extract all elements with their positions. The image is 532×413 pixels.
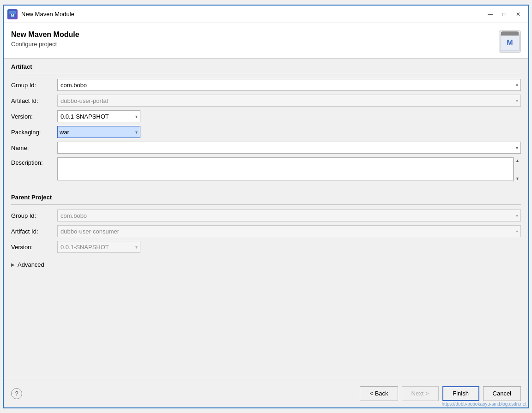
parent-group-id-wrapper: com.bobo [57, 209, 521, 221]
parent-group-id-label: Group Id: [11, 212, 57, 219]
packaging-select-wrapper: war jar pom [57, 126, 140, 138]
window-title: New Maven Module [21, 11, 484, 18]
artifact-id-label: Artifact Id: [11, 97, 57, 104]
parent-group-id-row: Group Id: com.bobo [11, 209, 521, 221]
parent-version-row: Version: 0.0.1-SNAPSHOT [11, 241, 521, 253]
scroll-down-arrow[interactable]: ▼ [515, 176, 520, 181]
title-bar: M New Maven Module — □ ✕ [4, 6, 528, 23]
name-input[interactable] [57, 142, 521, 154]
parent-artifact-id-label: Artifact Id: [11, 228, 57, 235]
dialog-subtitle: Configure project [11, 41, 79, 48]
parent-artifact-id-row: Artifact Id: dubbo-user-consumer [11, 225, 521, 237]
artifact-section-title: Artifact [11, 63, 521, 70]
parent-section: Parent Project Group Id: com.bobo Artifa… [4, 189, 528, 253]
header-text: New Maven Module Configure project [11, 30, 79, 48]
version-select-wrapper: 0.0.1-SNAPSHOT [57, 110, 140, 122]
name-label: Name: [11, 144, 57, 151]
parent-divider [11, 204, 521, 205]
next-button[interactable]: Next > [402, 386, 439, 401]
advanced-row[interactable]: ▶ Advanced [4, 257, 528, 273]
artifact-id-wrapper: dubbo-user-portal [57, 95, 521, 107]
description-wrapper: ▲ ▼ [57, 157, 521, 182]
version-row: Version: 0.0.1-SNAPSHOT [11, 110, 521, 122]
parent-version-label: Version: [11, 244, 57, 251]
maximize-button[interactable]: □ [498, 9, 511, 19]
artifact-id-field: dubbo-user-portal [57, 95, 521, 107]
name-row: Name: [11, 142, 521, 154]
packaging-row: Packaging: war jar pom [11, 126, 521, 138]
group-id-select-wrapper: com.bobo [57, 79, 521, 91]
help-button[interactable]: ? [11, 388, 22, 399]
dialog-title: New Maven Module [11, 30, 79, 39]
svg-text:M: M [507, 39, 513, 47]
parent-artifact-id-wrapper: dubbo-user-consumer [57, 225, 521, 237]
description-row: Description: ▲ ▼ [11, 157, 521, 182]
maven-icon: M [499, 30, 521, 53]
description-label: Description: [11, 157, 57, 166]
parent-version-select: 0.0.1-SNAPSHOT [57, 241, 140, 253]
parent-group-id-field: com.bobo [57, 209, 521, 221]
cancel-button[interactable]: Cancel [483, 386, 521, 401]
parent-version-wrapper: 0.0.1-SNAPSHOT [57, 241, 140, 253]
scroll-up-arrow[interactable]: ▲ [515, 158, 520, 163]
packaging-select[interactable]: war jar pom [57, 126, 140, 138]
parent-section-title: Parent Project [11, 194, 521, 201]
version-select[interactable]: 0.0.1-SNAPSHOT [57, 110, 140, 122]
dialog-content: Artifact Group Id: com.bobo Artifact Id:… [4, 59, 528, 379]
dialog-header: New Maven Module Configure project M [4, 23, 528, 59]
parent-artifact-id-field: dubbo-user-consumer [57, 225, 521, 237]
artifact-divider [11, 74, 521, 74]
dialog-window: M New Maven Module — □ ✕ New Maven Modul… [3, 5, 529, 408]
svg-rect-3 [502, 31, 518, 35]
group-id-select[interactable]: com.bobo [57, 79, 521, 91]
version-label: Version: [11, 113, 57, 120]
artifact-id-row: Artifact Id: dubbo-user-portal [11, 95, 521, 107]
window-icon: M [7, 9, 18, 19]
window-controls: — □ ✕ [484, 9, 525, 19]
back-button[interactable]: < Back [360, 386, 398, 401]
artifact-section: Artifact Group Id: com.bobo Artifact Id:… [4, 59, 528, 182]
advanced-label: Advanced [18, 261, 44, 268]
description-textarea[interactable] [57, 157, 514, 180]
finish-button[interactable]: Finish [442, 386, 479, 401]
advanced-expand-arrow: ▶ [11, 262, 15, 267]
minimize-button[interactable]: — [484, 9, 497, 19]
group-id-label: Group Id: [11, 82, 57, 89]
packaging-label: Packaging: [11, 129, 57, 136]
description-scrollbar[interactable]: ▲ ▼ [514, 157, 521, 182]
footer-buttons: < Back Next > Finish Cancel [360, 386, 521, 401]
svg-text:M: M [11, 13, 14, 18]
name-wrapper [57, 142, 521, 154]
close-button[interactable]: ✕ [512, 9, 525, 19]
watermark: https://dobb-bobokaoya-sm.blog.csdn.net [442, 401, 526, 407]
group-id-row: Group Id: com.bobo [11, 79, 521, 91]
